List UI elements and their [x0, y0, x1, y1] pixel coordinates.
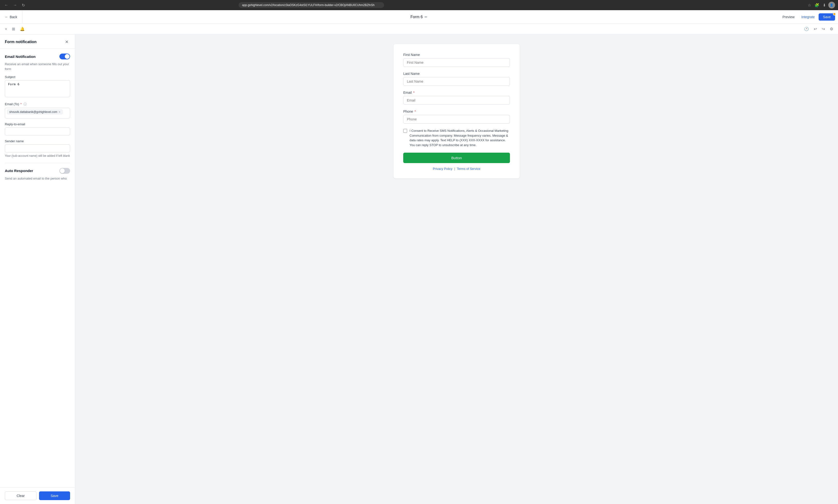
- history-button[interactable]: 🕐: [802, 25, 811, 33]
- subject-field-group: Subject Form 6: [5, 75, 70, 98]
- toggle-track: [59, 54, 70, 59]
- email-input[interactable]: [403, 96, 510, 105]
- first-name-field-group: First Name: [403, 53, 510, 67]
- auto-responder-thumb: [60, 168, 65, 173]
- subject-textarea[interactable]: Form 6: [5, 80, 70, 97]
- phone-label: Phone *: [403, 109, 510, 113]
- clear-button[interactable]: Clear: [5, 491, 37, 500]
- email-to-field-group: Email (To) * ⓘ shouvik.dattabanik@gohigh…: [5, 102, 70, 119]
- save-button[interactable]: Save: [819, 13, 835, 21]
- first-name-label: First Name: [403, 53, 510, 57]
- reply-to-email-input[interactable]: {{contact.email}}: [5, 127, 70, 136]
- browser-chrome: ← → ↻ ☆ 🧩 ⬇ 👤: [0, 0, 838, 10]
- back-label: Back: [10, 15, 17, 19]
- back-nav-button[interactable]: ←: [3, 2, 10, 8]
- main-layout: Form notification ✕ Email Notification R…: [0, 34, 838, 504]
- privacy-policy-link[interactable]: Privacy Policy: [433, 167, 452, 170]
- auto-responder-toggle[interactable]: [59, 168, 70, 174]
- sidebar-content: Email Notification Receive an email when…: [0, 49, 75, 487]
- header-actions: Preview Integrate Save: [780, 13, 838, 21]
- auto-responder-description: Send an automated email to the person wh…: [5, 176, 70, 181]
- phone-input[interactable]: [403, 115, 510, 124]
- sender-name-field-group: Sender name Your (sub-account name) will…: [5, 139, 70, 158]
- close-sidebar-button[interactable]: ✕: [64, 39, 70, 45]
- sms-consent-group: I Consent to Receive SMS Notifications, …: [403, 128, 510, 147]
- app-header: ← Back Form 6 ✏ Preview Integrate Save: [0, 10, 838, 24]
- submit-button[interactable]: Button: [403, 152, 510, 163]
- email-field-group: Email *: [403, 91, 510, 105]
- add-element-button[interactable]: +: [3, 25, 9, 33]
- form-card: First Name Last Name Email * Phone: [394, 44, 520, 178]
- email-tag-value: shouvik.dattabanik@gohighlevel.com: [9, 110, 57, 114]
- email-to-tag-input[interactable]: shouvik.dattabanik@gohighlevel.com ×: [5, 108, 70, 119]
- reply-to-email-label: Reply-to-email: [5, 122, 70, 126]
- back-button[interactable]: ← Back: [0, 10, 22, 23]
- sidebar-header: Form notification ✕: [0, 34, 75, 49]
- layout-button[interactable]: ⊞: [10, 25, 17, 33]
- integrate-button[interactable]: Integrate: [799, 14, 818, 20]
- sidebar-title: Form notification: [5, 40, 37, 44]
- auto-responder-label: Auto Responder: [5, 169, 33, 173]
- last-name-field-group: Last Name: [403, 72, 510, 86]
- first-name-input[interactable]: [403, 58, 510, 67]
- sidebar: Form notification ✕ Email Notification R…: [0, 34, 75, 504]
- sms-consent-checkbox[interactable]: [403, 129, 407, 133]
- email-label: Email *: [403, 91, 510, 94]
- toggle-thumb: [65, 54, 70, 59]
- subject-label: Subject: [5, 75, 70, 79]
- sms-consent-text: I Consent to Receive SMS Notifications, …: [409, 128, 510, 147]
- toolbar-right: 🕐 ↩ ↪ ⚙: [802, 25, 835, 33]
- auto-responder-row: Auto Responder: [5, 168, 70, 174]
- browser-icon-group: ☆ 🧩 ⬇ 👤: [807, 2, 835, 8]
- extension-icon[interactable]: 🧩: [814, 2, 820, 8]
- phone-required: *: [414, 109, 416, 113]
- email-tag: shouvik.dattabanik@gohighlevel.com ×: [7, 109, 63, 114]
- profile-avatar[interactable]: 👤: [828, 2, 835, 8]
- sidebar-footer: Clear Save: [0, 487, 75, 504]
- email-to-label: Email (To) * ⓘ: [5, 102, 70, 106]
- phone-field-group: Phone *: [403, 109, 510, 124]
- email-to-info-icon[interactable]: ⓘ: [23, 102, 27, 106]
- back-arrow-icon: ←: [5, 15, 8, 19]
- preview-button[interactable]: Preview: [780, 14, 798, 20]
- sender-name-label: Sender name: [5, 139, 70, 143]
- toolbar: + ⊞ 🔔 🕐 ↩ ↪ ⚙: [0, 24, 838, 34]
- sender-name-note: Your (sub-account name) will be added if…: [5, 154, 70, 158]
- email-notification-description: Receive an email when someone fills out …: [5, 62, 70, 71]
- links-separator: |: [454, 167, 455, 170]
- sender-name-input[interactable]: [5, 144, 70, 152]
- toolbar-left: + ⊞ 🔔: [3, 25, 27, 33]
- form-title: Form 6: [411, 15, 423, 19]
- email-notification-toggle[interactable]: [59, 54, 70, 59]
- email-notification-row: Email Notification: [5, 54, 70, 59]
- downloads-icon[interactable]: ⬇: [822, 2, 827, 8]
- save-sidebar-button[interactable]: Save: [39, 491, 70, 500]
- redo-button[interactable]: ↪: [820, 25, 827, 33]
- refresh-nav-button[interactable]: ↻: [20, 2, 27, 8]
- email-tag-remove-button[interactable]: ×: [58, 110, 60, 114]
- undo-button[interactable]: ↩: [812, 25, 819, 33]
- canvas-area: First Name Last Name Email * Phone: [75, 34, 838, 504]
- auto-responder-track: [59, 168, 70, 174]
- forward-nav-button[interactable]: →: [12, 2, 18, 8]
- settings-button[interactable]: ⚙: [828, 25, 835, 33]
- form-title-container: Form 6 ✏: [411, 15, 428, 19]
- section-divider: [5, 163, 70, 163]
- terms-of-service-link[interactable]: Terms of Service: [457, 167, 481, 170]
- email-required: *: [413, 91, 414, 94]
- email-notification-label: Email Notification: [5, 55, 36, 59]
- url-bar[interactable]: [239, 2, 384, 8]
- star-icon[interactable]: ☆: [807, 2, 812, 8]
- last-name-input[interactable]: [403, 77, 510, 86]
- form-links: Privacy Policy | Terms of Service: [403, 167, 510, 170]
- email-to-required: *: [20, 102, 22, 106]
- notification-button[interactable]: 🔔: [18, 25, 27, 33]
- edit-title-icon[interactable]: ✏: [424, 15, 427, 19]
- last-name-label: Last Name: [403, 72, 510, 76]
- reply-to-email-field-group: Reply-to-email {{contact.email}}: [5, 122, 70, 136]
